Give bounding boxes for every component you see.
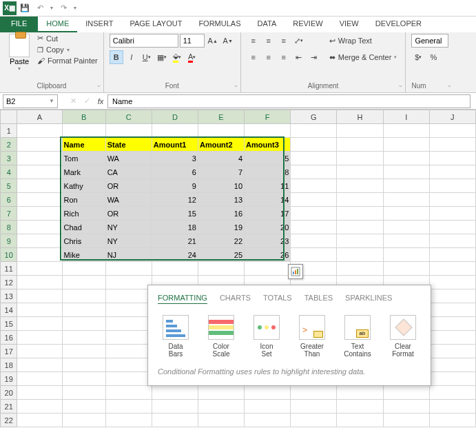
cell-B9[interactable]: Chris [62, 234, 105, 248]
cell-B10[interactable]: Mike [62, 248, 105, 262]
cell-I10[interactable] [383, 248, 429, 262]
wrap-text-button[interactable]: ↩Wrap Text [327, 34, 400, 48]
cell-A1[interactable] [17, 124, 62, 138]
cell-H20[interactable] [337, 386, 383, 400]
cut-button[interactable]: ✂Cut [37, 34, 98, 43]
cell-C9[interactable]: NY [105, 234, 152, 248]
cell-A3[interactable] [17, 152, 62, 165]
cell-C2[interactable]: State [105, 138, 152, 152]
align-center-button[interactable]: ≡ [262, 50, 276, 64]
format-painter-button[interactable]: 🖌Format Painter [37, 57, 98, 65]
row-header-10[interactable]: 10 [1, 248, 17, 262]
cell-B16[interactable] [62, 331, 105, 345]
cell-A12[interactable] [17, 276, 62, 289]
cell-C21[interactable] [105, 400, 152, 414]
cell-G1[interactable] [291, 124, 337, 138]
row-header-15[interactable]: 15 [1, 317, 17, 331]
cell-H10[interactable] [337, 248, 383, 262]
cell-C5[interactable]: OR [105, 179, 152, 193]
qa-item-color-scale[interactable]: ColorScale [203, 315, 239, 358]
col-header-J[interactable]: J [429, 110, 475, 124]
col-header-C[interactable]: C [105, 110, 152, 124]
cell-H9[interactable] [337, 234, 383, 248]
row-header-6[interactable]: 6 [1, 193, 17, 207]
cell-I6[interactable] [383, 193, 429, 207]
cell-A11[interactable] [17, 262, 62, 276]
qa-item-data-bars[interactable]: DataBars [158, 315, 194, 358]
cell-G6[interactable] [291, 193, 337, 207]
cell-B6[interactable]: Ron [62, 193, 105, 207]
cell-C15[interactable] [105, 317, 152, 331]
cell-C17[interactable] [105, 345, 152, 358]
cell-F4[interactable]: 8 [245, 165, 291, 179]
tab-page-layout[interactable]: PAGE LAYOUT [121, 17, 190, 32]
cell-A5[interactable] [17, 179, 62, 193]
cell-A4[interactable] [17, 165, 62, 179]
cell-H7[interactable] [337, 207, 383, 221]
cell-J16[interactable] [429, 331, 475, 345]
cell-A15[interactable] [17, 317, 62, 331]
cell-D20[interactable] [152, 386, 198, 400]
cell-H8[interactable] [337, 221, 383, 234]
cell-D22[interactable] [152, 414, 198, 427]
formula-bar[interactable]: Name [107, 94, 470, 108]
cell-C3[interactable]: WA [105, 152, 152, 165]
tab-view[interactable]: VIEW [331, 17, 367, 32]
cell-A20[interactable] [17, 386, 62, 400]
cell-F1[interactable] [245, 124, 291, 138]
name-box[interactable]: B2▼ [3, 94, 58, 108]
cell-D21[interactable] [152, 400, 198, 414]
cell-H4[interactable] [337, 165, 383, 179]
cell-G7[interactable] [291, 207, 337, 221]
cell-A7[interactable] [17, 207, 62, 221]
cell-J8[interactable] [429, 221, 475, 234]
cell-B15[interactable] [62, 317, 105, 331]
row-header-16[interactable]: 16 [1, 331, 17, 345]
cell-J1[interactable] [429, 124, 475, 138]
align-bottom-button[interactable]: ≡ [277, 34, 291, 48]
cell-I5[interactable] [383, 179, 429, 193]
cell-J14[interactable] [429, 303, 475, 317]
cell-I11[interactable] [383, 262, 429, 276]
cell-J3[interactable] [429, 152, 475, 165]
qa-tab-tables[interactable]: TABLES [304, 294, 333, 304]
cell-C20[interactable] [105, 386, 152, 400]
col-header-F[interactable]: F [245, 110, 291, 124]
tab-home[interactable]: HOME [38, 17, 77, 32]
percent-button[interactable]: % [426, 50, 440, 64]
cell-B3[interactable]: Tom [62, 152, 105, 165]
cell-E2[interactable]: Amount2 [198, 138, 244, 152]
cell-E22[interactable] [198, 414, 244, 427]
row-header-17[interactable]: 17 [1, 345, 17, 358]
cell-B22[interactable] [62, 414, 105, 427]
cell-F21[interactable] [245, 400, 291, 414]
cell-F22[interactable] [245, 414, 291, 427]
cell-G21[interactable] [291, 400, 337, 414]
cell-H21[interactable] [337, 400, 383, 414]
cell-C22[interactable] [105, 414, 152, 427]
cell-H6[interactable] [337, 193, 383, 207]
qa-tab-charts[interactable]: CHARTS [220, 294, 251, 304]
paste-button[interactable]: Paste ▾ [6, 34, 33, 72]
cell-B13[interactable] [62, 289, 105, 303]
cell-J4[interactable] [429, 165, 475, 179]
cell-H22[interactable] [337, 414, 383, 427]
cell-F7[interactable]: 17 [245, 207, 291, 221]
row-header-2[interactable]: 2 [1, 138, 17, 152]
cell-F5[interactable]: 11 [245, 179, 291, 193]
cell-C7[interactable]: OR [105, 207, 152, 221]
cell-E6[interactable]: 13 [198, 193, 244, 207]
row-header-8[interactable]: 8 [1, 221, 17, 234]
tab-developer[interactable]: DEVELOPER [367, 17, 430, 32]
tab-file[interactable]: FILE [0, 17, 38, 32]
cell-C13[interactable] [105, 289, 152, 303]
cell-D1[interactable] [152, 124, 198, 138]
cell-G3[interactable] [291, 152, 337, 165]
cell-D7[interactable]: 15 [152, 207, 198, 221]
col-header-G[interactable]: G [291, 110, 337, 124]
cell-J6[interactable] [429, 193, 475, 207]
number-format-select[interactable] [411, 34, 448, 48]
cell-A14[interactable] [17, 303, 62, 317]
undo-dropdown[interactable]: ▾ [48, 1, 55, 15]
cell-D9[interactable]: 21 [152, 234, 198, 248]
